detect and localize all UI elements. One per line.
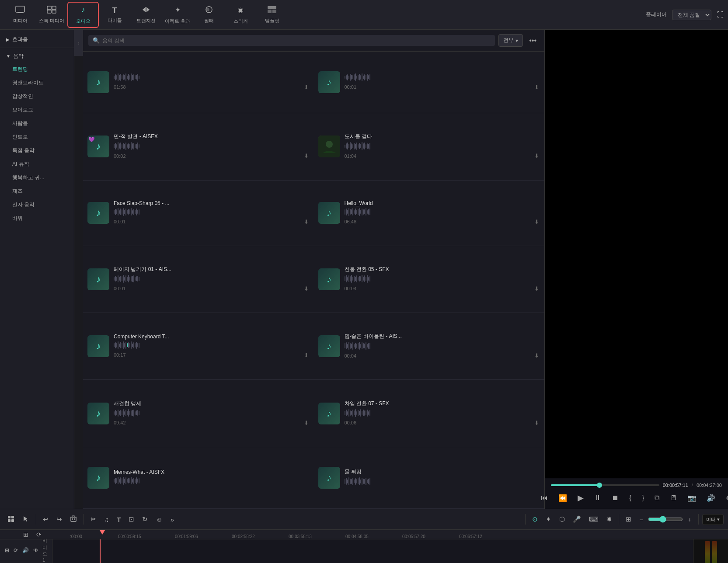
tool-crop[interactable]: ⊡	[125, 513, 137, 525]
tool-keyboard[interactable]: ⌨	[586, 513, 602, 525]
music-item-9[interactable]: ♪ Computer Keyboard T... 00:17 ⬇	[83, 313, 314, 380]
track-link-button[interactable]: ⟳	[12, 546, 19, 554]
download-button-12[interactable]: ⬇	[533, 419, 540, 427]
sidebar-item-aimusic[interactable]: AI 뮤직	[0, 157, 74, 171]
download-button-4[interactable]: ⬇	[533, 152, 540, 160]
music-item-10[interactable]: ♪ 밈-슬픈 바이올린 - AIS... 00:04 ⬇	[314, 313, 545, 380]
fullscreen-button[interactable]: ⛶	[717, 11, 724, 19]
music-item-1[interactable]: ♪ 01:58 ⬇	[83, 52, 314, 113]
meter-toggle-button[interactable]: 미터 ▾	[702, 514, 724, 525]
music-thumb-3: 💜 ♪	[87, 136, 109, 157]
filter-button[interactable]: 전부 ▾	[498, 34, 523, 47]
step-back-button[interactable]: ⏪	[557, 492, 569, 504]
tool-shield[interactable]: ⬡	[556, 513, 568, 525]
quality-select[interactable]: 전체 품질	[672, 10, 711, 20]
download-button-5[interactable]: ⬇	[303, 218, 310, 226]
rewind-button[interactable]: ⏮	[539, 492, 550, 504]
sidebar-item-blog[interactable]: 브이로그	[0, 103, 74, 117]
sidebar-item-exclusive[interactable]: 독점 음악	[0, 144, 74, 157]
pause-button[interactable]: ⏸	[592, 492, 603, 504]
track-content[interactable]	[52, 539, 693, 563]
music-item-14[interactable]: ♪ 물 튀김	[314, 447, 545, 509]
sidebar-collapse-button[interactable]: ‹	[74, 30, 83, 56]
sidebar-item-electronic[interactable]: 전자 음악	[0, 198, 74, 212]
tool-split[interactable]	[4, 513, 17, 526]
sidebar-section-music[interactable]: ▼ 음악	[0, 50, 74, 63]
nav-transition[interactable]: 트랜지션	[130, 2, 162, 28]
sidebar-item-happy[interactable]: 행복하고 귀...	[0, 171, 74, 184]
tool-emoji[interactable]: ☺	[153, 514, 165, 525]
sidebar-item-intro[interactable]: 인트로	[0, 130, 74, 144]
tool-text[interactable]: T	[114, 514, 124, 525]
play-button[interactable]: ▶	[576, 491, 585, 504]
music-item-13[interactable]: ♪ Memes-What - AISFX	[83, 447, 314, 509]
music-item-12[interactable]: ♪ 차임 전환 07 - SFX 00:06 ⬇	[314, 380, 545, 447]
nav-effect[interactable]: ✦ 이펙트 효과	[162, 2, 193, 28]
tool-star[interactable]: ✸	[603, 513, 615, 525]
settings-button[interactable]: ⚙	[724, 492, 728, 504]
mark-in-button[interactable]: {	[627, 492, 633, 504]
tool-mic[interactable]: 🎤	[570, 513, 584, 525]
download-button-10[interactable]: ⬇	[533, 351, 540, 360]
stop-button[interactable]: ⏹	[610, 492, 620, 504]
nav-sticker[interactable]: ◉ 스티커	[225, 2, 256, 28]
tool-music[interactable]: ♫	[101, 514, 112, 525]
tool-link[interactable]: ⊞	[623, 513, 634, 525]
download-button-1[interactable]: ⬇	[303, 83, 310, 91]
overlay-button[interactable]: ⧉	[653, 492, 661, 504]
music-thumb-6: ♪	[318, 202, 340, 224]
music-item-11[interactable]: ♪ 재결합 맹세 09:42 ⬇	[83, 380, 314, 447]
mark-out-button[interactable]: }	[640, 492, 646, 504]
sidebar-item-rock[interactable]: 바위	[0, 212, 74, 225]
sidebar-item-people[interactable]: 사람들	[0, 117, 74, 130]
nav-template[interactable]: 템플릿	[256, 2, 288, 28]
tool-rotate[interactable]: ↻	[139, 513, 151, 525]
tool-record[interactable]: ⊙	[529, 513, 541, 525]
tool-zoom-in[interactable]: +	[685, 514, 695, 525]
track-add-button[interactable]: ⊞	[3, 546, 10, 554]
tool-select[interactable]	[19, 513, 32, 526]
zoom-slider[interactable]	[648, 516, 683, 523]
tool-cut[interactable]: ✂	[87, 513, 99, 525]
tool-more[interactable]: »	[167, 514, 177, 525]
music-item-7[interactable]: ♪ 페이지 넘기기 01 - AIS... 00:01 ⬇	[83, 246, 314, 313]
search-input[interactable]	[102, 38, 491, 44]
nav-audio[interactable]: ♪ 오디오	[67, 2, 99, 28]
camera-button[interactable]: 📷	[686, 492, 698, 504]
sidebar-item-jazz[interactable]: 재즈	[0, 184, 74, 198]
music-item-2[interactable]: ♪ 00:01 ⬇	[314, 52, 545, 113]
tool-settings2[interactable]: ✦	[543, 513, 554, 525]
monitor-button[interactable]: 🖥	[668, 492, 679, 504]
nav-stock-media[interactable]: 스톡 미디어	[36, 2, 67, 28]
sidebar-item-brightnsm[interactable]: 영앤브라이트	[0, 76, 74, 90]
progress-bar[interactable]	[551, 484, 659, 486]
search-input-wrap[interactable]: 🔍	[88, 35, 495, 46]
music-item-3[interactable]: 💜 ♪ 민-적 발견 - AISFX 00:02 ⬇	[83, 113, 314, 180]
music-item-8[interactable]: ♪ 천둥 전환 05 - SFX 00:04 ⬇	[314, 246, 545, 313]
more-options-button[interactable]: •••	[526, 35, 539, 46]
sidebar-item-emotional[interactable]: 감상적인	[0, 90, 74, 103]
download-button-3[interactable]: ⬇	[303, 152, 310, 160]
tool-delete[interactable]	[67, 513, 80, 526]
sidebar-section-sfx[interactable]: ▶ 효과음	[0, 33, 74, 46]
download-button-7[interactable]: ⬇	[303, 285, 310, 293]
download-button-11[interactable]: ⬇	[303, 419, 310, 427]
nav-filter[interactable]: 필터	[193, 2, 225, 28]
nav-title[interactable]: T 타이틀	[99, 2, 130, 28]
add-track-button[interactable]: ⊞	[21, 530, 31, 539]
tool-undo[interactable]: ↩	[40, 513, 52, 525]
music-item-4[interactable]: 도시를 걷다 01:04 ⬇	[314, 113, 545, 180]
track-visibility-button[interactable]: 👁	[32, 546, 40, 554]
music-item-5[interactable]: ♪ Face Slap-Sharp 05 - ... 00:01 ⬇	[83, 181, 314, 246]
volume-button[interactable]: 🔊	[705, 492, 717, 504]
download-button-8[interactable]: ⬇	[533, 285, 540, 293]
tool-zoom-out[interactable]: −	[636, 514, 646, 525]
download-button-6[interactable]: ⬇	[533, 218, 540, 226]
music-item-6[interactable]: ♪ Hello_World 06:48 ⬇	[314, 181, 545, 246]
nav-media[interactable]: 미디어	[4, 2, 36, 28]
tool-redo[interactable]: ↪	[53, 513, 65, 525]
track-volume-button[interactable]: 🔊	[21, 546, 30, 554]
download-button-2[interactable]: ⬇	[533, 83, 540, 91]
download-button-9[interactable]: ⬇	[303, 351, 310, 359]
sidebar-item-trending[interactable]: 트렌딩	[0, 63, 74, 76]
